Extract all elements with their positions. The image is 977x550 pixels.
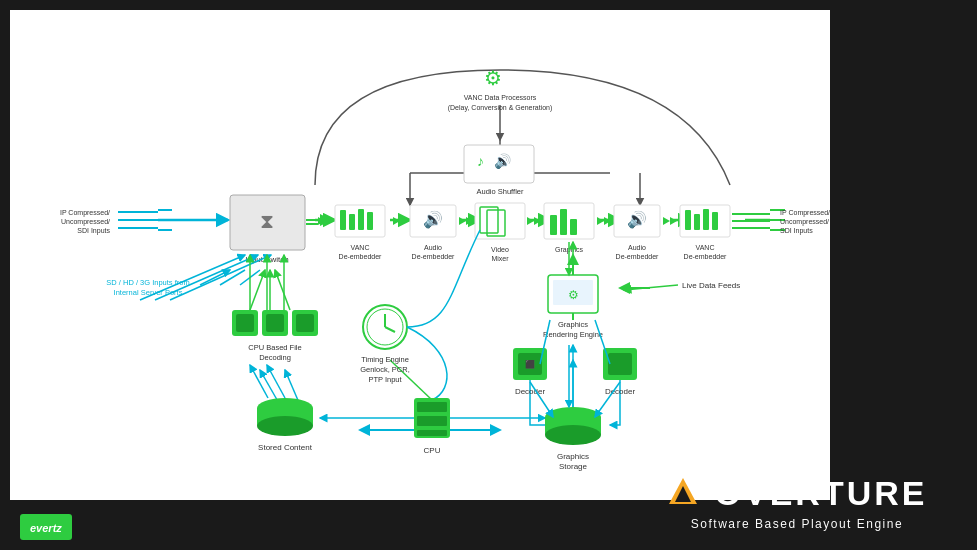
svg-text:⬛: ⬛: [525, 359, 535, 369]
svg-text:⚙: ⚙: [484, 67, 502, 89]
svg-rect-47: [340, 210, 346, 230]
vanc-deembed1-label: VANC: [351, 244, 370, 251]
vanc-deembed2-label: VANC: [696, 244, 715, 251]
svg-rect-49: [358, 209, 364, 230]
overture-triangle-icon: [667, 476, 699, 508]
svg-text:Genlock, PCR,: Genlock, PCR,: [360, 365, 410, 374]
svg-text:De-embedder: De-embedder: [616, 253, 659, 260]
svg-rect-113: [417, 402, 447, 412]
graphics-storage-label: Graphics: [557, 452, 589, 461]
svg-rect-79: [703, 209, 709, 230]
svg-text:Storage: Storage: [559, 462, 588, 471]
svg-text:De-embedder: De-embedder: [412, 253, 455, 260]
live-data-label: Live Data Feeds: [682, 281, 740, 290]
svg-text:De-embedder: De-embedder: [339, 253, 382, 260]
svg-rect-66: [550, 215, 557, 235]
sd-hd-label: SD / HD / 3G Inputs from: [106, 278, 189, 287]
evertz-text: evertz: [30, 522, 62, 534]
overture-logo: OVERTURE: [667, 474, 928, 513]
svg-rect-50: [367, 212, 373, 230]
svg-text:SDI Inputs: SDI Inputs: [780, 227, 813, 235]
svg-rect-78: [694, 214, 700, 230]
svg-text:Uncompressed/: Uncompressed/: [61, 218, 110, 226]
svg-text:(Delay, Conversion & Generatio: (Delay, Conversion & Generation): [448, 104, 553, 112]
svg-text:Decoding: Decoding: [259, 353, 291, 362]
svg-rect-93: [236, 314, 254, 332]
svg-rect-99: [266, 314, 284, 332]
diagram-container: ⚙ VANC Data Processors (Delay, Conversio…: [10, 10, 830, 500]
svg-text:PTP Input: PTP Input: [368, 375, 402, 384]
svg-rect-67: [560, 209, 567, 235]
svg-rect-115: [417, 430, 447, 436]
vanc-label: VANC Data Processors: [464, 94, 537, 101]
svg-text:♪: ♪: [477, 153, 484, 169]
svg-point-139: [545, 425, 601, 445]
graphics-rendering-label: Graphics: [558, 320, 588, 329]
video-mixer-label: Video: [491, 246, 509, 253]
stored-content-label: Stored Content: [258, 443, 313, 452]
svg-text:Mixer: Mixer: [491, 255, 509, 262]
svg-text:⚙: ⚙: [568, 288, 579, 302]
evertz-logo: evertz: [20, 514, 72, 540]
overture-subtitle: Software Based Playout Engine: [691, 517, 903, 531]
decoder1-label: Decoder: [515, 387, 546, 396]
svg-text:⧗: ⧗: [260, 210, 274, 232]
svg-rect-77: [685, 210, 691, 230]
decoder2-label: Decoder: [605, 387, 636, 396]
svg-rect-114: [417, 416, 447, 426]
svg-text:🔊: 🔊: [494, 153, 512, 170]
svg-text:IP Compressed/: IP Compressed/: [780, 209, 830, 217]
svg-text:Rendering Engine: Rendering Engine: [543, 330, 603, 339]
svg-text:Uncompressed/: Uncompressed/: [780, 218, 829, 226]
cpu-label: CPU: [424, 446, 441, 455]
audio-shuffler-label: Audio Shuffler: [477, 187, 524, 196]
svg-rect-48: [349, 214, 355, 230]
cpu-file-label: CPU Based File: [248, 343, 301, 352]
svg-rect-80: [712, 212, 718, 230]
audio-deembed1-label: Audio: [424, 244, 442, 251]
overture-brand-text: OVERTURE: [715, 474, 928, 513]
svg-point-120: [257, 416, 313, 436]
svg-text:🔊: 🔊: [423, 210, 443, 229]
timing-engine-label: Timing Engine: [361, 355, 409, 364]
svg-rect-68: [570, 219, 577, 235]
svg-text:🔊: 🔊: [627, 210, 647, 229]
branding-area: OVERTURE Software Based Playout Engine: [617, 455, 977, 550]
svg-text:De-embedder: De-embedder: [684, 253, 727, 260]
audio-deembed2-label: Audio: [628, 244, 646, 251]
svg-rect-135: [608, 353, 632, 375]
svg-text:SDI Inputs: SDI Inputs: [77, 227, 110, 235]
svg-text:IP Compressed/: IP Compressed/: [60, 209, 110, 217]
svg-rect-101: [296, 314, 314, 332]
